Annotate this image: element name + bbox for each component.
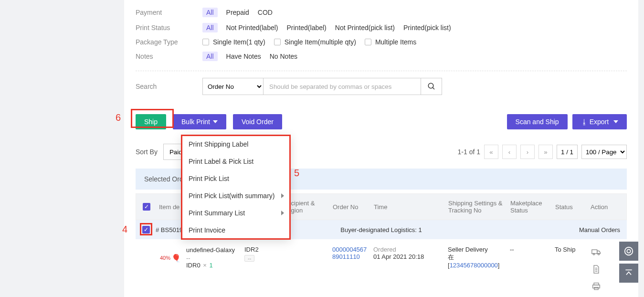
tracking-number: [12345678000000] [448,262,504,269]
menu-print-picklist-summary[interactable]: Print Pick List(with summary) [182,187,290,204]
filter-payment-label: Payment [136,9,202,16]
divider [136,71,627,71]
action-doc-icon[interactable] [590,263,602,276]
pager-next[interactable]: › [520,145,535,159]
item-sub: -- [186,255,235,262]
item-thumbnail: 40% 🎈 [158,246,182,270]
filter-payment-prepaid[interactable]: Prepaid [226,9,249,16]
checkbox-label: Single Item(multiple qty) [285,38,356,46]
export-label: Export [590,118,609,126]
filter-packagetype-row: Package Type Single Item(1 qty) Single I… [136,35,627,49]
action-ship-icon[interactable] [590,246,602,258]
bulk-print-button[interactable]: Bulk Print [173,114,226,129]
menu-print-shipping-label[interactable]: Print Shipping Label [182,136,290,153]
filter-notes-row: Notes All Have Notes No Notes [136,49,627,64]
annotation-label-4: 4 [122,224,127,235]
search-type-select[interactable]: Order No [202,78,264,95]
sn-value: IDR2 [244,246,277,253]
truck-icon [591,248,601,256]
svg-line-1 [433,87,434,89]
group-manual-orders: Manual Orders [579,226,620,233]
action-print-icon[interactable] [590,280,602,293]
action-bar: 6 Ship Bulk Print Void Order Scan and Sh… [136,114,627,129]
checkbox-multiple-items[interactable]: Multiple Items [365,38,416,46]
filter-payment-all[interactable]: All [202,8,218,17]
filter-payment-cod[interactable]: COD [258,9,273,16]
export-button[interactable]: ⭳Export [572,114,627,129]
checkbox-single-item-1qty[interactable]: Single Item(1 qty) [202,38,265,46]
filter-printstatus-label: Print Status [136,24,202,32]
sn-tag: -- [244,255,254,262]
col-orderno: Order No [330,203,371,211]
filter-payment-row: Payment All Prepaid COD [136,5,627,20]
checkbox-single-item-multiqty[interactable]: Single Item(multiple qty) [274,38,356,46]
printer-icon [592,282,601,291]
checkbox-label: Single Item(1 qty) [213,38,265,46]
float-scroll-top-button[interactable] [619,264,638,283]
item-price-line: IDR0 × 1 [186,262,235,269]
col-shipping: Shipping Settings & Tracking No [445,200,507,214]
sort-label: Sort By [136,148,158,156]
filter-notes-have[interactable]: Have Notes [226,53,261,60]
scan-and-ship-button[interactable]: Scan and Ship [507,114,568,129]
pager-first[interactable]: « [484,145,498,159]
search-icon [427,82,436,91]
ship-locale: 在 [448,253,504,262]
annotation-label-5: 5 [294,168,299,179]
col-marketplace: Maketplace Status [507,200,552,214]
svg-point-0 [428,83,433,88]
pager-perpage-select[interactable]: 100 / Page [581,145,627,159]
filter-printstatus-all[interactable]: All [202,23,218,32]
annotation-box-4 [140,223,152,235]
order-status: To Ship [552,246,587,297]
col-status: Status [552,203,588,211]
headset-icon [623,246,634,256]
order-time: 01 Apr 2021 20:18 [373,253,442,260]
ordered-label: Ordered [373,246,442,253]
svg-rect-10 [594,287,598,290]
checkbox-label: Multiple Items [375,38,416,46]
bulk-print-dropdown: Print Shipping Label Print Label & Pick … [181,135,290,239]
svg-point-4 [598,254,599,255]
filter-printstatus-row: Print Status All Not Printed(label) Prin… [136,20,627,35]
item-title: undefined-Galaxy [186,246,235,255]
top-pager: 1-1 of 1 « ‹ › » 100 / Page [458,145,627,159]
menu-print-label-picklist[interactable]: Print Label & Pick List [182,153,290,170]
select-all-checkbox[interactable] [143,203,150,211]
page-range: 1-1 of 1 [458,148,480,156]
svg-point-14 [625,247,633,255]
col-time: Time [371,203,445,211]
menu-print-invoice[interactable]: Print Invoice [182,222,290,239]
col-action: Action [588,203,616,211]
void-order-button[interactable]: Void Order [233,114,282,129]
search-input[interactable] [264,78,421,95]
filter-printstatus-printed-picklist[interactable]: Printed(pick list) [403,24,451,32]
filter-printstatus-printed-label[interactable]: Printed(label) [287,24,327,32]
search-label: Search [136,83,202,90]
svg-point-3 [593,254,594,255]
float-chat-button[interactable] [619,242,638,261]
svg-rect-2 [592,250,597,254]
annotation-label-6: 6 [116,112,121,123]
arrow-up-icon [624,268,633,278]
filter-printstatus-notprinted-label[interactable]: Not Printed(label) [226,24,278,32]
filter-notes-all[interactable]: All [202,52,218,61]
main-panel: Payment All Prepaid COD Print Status All… [124,0,638,297]
pager-last[interactable]: » [538,145,553,159]
menu-print-summary-list[interactable]: Print Summary List [182,204,290,222]
group-logistics: Buyer-designated Logistics: 1 [340,226,422,233]
document-icon [592,265,600,274]
marketplace-status: -- [507,246,552,297]
ship-method: Seller Delivery [448,246,504,253]
menu-print-picklist[interactable]: Print Pick List [182,170,290,187]
annotation-box-6 [131,109,174,128]
filter-notes-none[interactable]: No Notes [270,53,297,60]
filter-printstatus-notprinted-picklist[interactable]: Not Printed(pick list) [335,24,395,32]
order-number-link[interactable]: 000000456789011110 [332,246,367,260]
svg-point-15 [627,249,630,253]
filter-notes-label: Notes [136,53,202,60]
search-row: Search Order No [136,78,627,95]
search-button[interactable] [421,78,442,95]
pager-page-input[interactable] [557,145,578,159]
pager-prev[interactable]: ‹ [502,145,517,159]
